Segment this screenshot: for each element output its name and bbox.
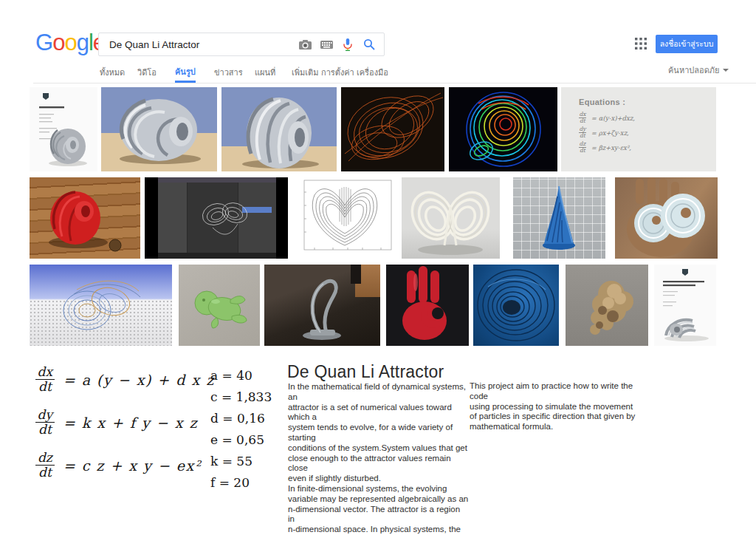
tab-maps[interactable]: แผนที่ — [255, 62, 275, 83]
logo-letter: o — [52, 30, 64, 55]
parameter-f: f = 20 — [210, 475, 250, 490]
tab-all[interactable]: ทั้งหมด — [100, 62, 125, 83]
equation-dy-dt: dydt = k x + f y − x z — [35, 408, 198, 437]
tab-news[interactable]: ข่าวสาร — [214, 62, 243, 83]
camera-icon[interactable] — [296, 37, 314, 52]
apps-grid-icon[interactable] — [635, 38, 647, 50]
equations-card-line: dzdt = βz+xy-εx², — [579, 141, 716, 154]
keyboard-icon[interactable] — [317, 37, 335, 52]
safesearch-dropdown[interactable]: ค้นหาปลอดภัย — [668, 64, 729, 77]
image-result-grey-swirl-sculpture-1[interactable] — [101, 87, 217, 171]
search-input[interactable] — [108, 38, 292, 51]
equations-card-line: dydt = ρx+ζy-xz, — [579, 126, 716, 139]
search-icon[interactable] — [360, 37, 378, 52]
chevron-down-icon — [723, 69, 729, 72]
tab-settings[interactable]: การตั้งค่า — [321, 62, 354, 83]
image-result-blue-vortex-render[interactable] — [473, 265, 559, 346]
parameter-k: k = 55 — [210, 454, 252, 468]
parameter-d: d = 0,16 — [210, 411, 265, 426]
equations-card-line: dxdt = α(y-x)+dxz, — [579, 112, 716, 124]
tab-images[interactable]: ค้นรูป — [175, 62, 196, 83]
image-result-blue-cone-print[interactable] — [513, 177, 605, 259]
image-result-red-print-on-wood[interactable] — [30, 177, 140, 259]
logo-letter: o — [64, 30, 76, 55]
sign-in-button[interactable]: ลงชื่อเข้าสู่ระบบ — [656, 35, 718, 53]
tab-more[interactable]: เพิ่มเติม — [292, 62, 318, 83]
safesearch-label: ค้นหาปลอดภัย — [668, 64, 719, 77]
image-result-shell-poster[interactable] — [654, 265, 716, 346]
equation-dz-dt: dzdt = c z + x y − ex² — [35, 451, 202, 480]
tab-videos[interactable]: วิดีโอ — [137, 62, 157, 83]
image-result-red-ok-hand[interactable] — [386, 265, 469, 346]
parameter-e: e = 0,65 — [210, 432, 264, 447]
image-result-wireframe-landscape-render[interactable] — [30, 265, 172, 346]
image-result-grey-swirl-sculpture-2[interactable] — [221, 87, 337, 171]
logo-letter: G — [35, 30, 52, 55]
image-result-blender-screenshot[interactable] — [145, 177, 288, 259]
image-result-smoke-cloud-render[interactable] — [566, 265, 648, 346]
parameter-c: c = 1,833 — [210, 389, 272, 404]
image-result-dequan-li-poster[interactable] — [30, 87, 97, 171]
image-result-grey-loop-sculpture-desk[interactable] — [264, 265, 380, 346]
parameter-a: a = 40 — [210, 368, 252, 383]
project-note-text: This project aim to practice how to writ… — [470, 381, 643, 432]
tab-bar: ทั้งหมด วิดีโอ ค้นรูป ข่าวสาร แผนที่ เพิ… — [33, 62, 756, 84]
equation-dx-dt: dxdt = a (y − x) + d x z — [35, 365, 215, 394]
image-result-orange-wireframe-attractor-1[interactable] — [341, 87, 444, 171]
search-box[interactable] — [98, 33, 385, 56]
tab-tools[interactable]: เครื่องมือ — [357, 62, 388, 83]
image-result-equations-card[interactable]: Equations : dxdt = α(y-x)+dxz, dydt = ρx… — [561, 87, 716, 171]
google-image-search-page: Google ลงชื่อเข้าสู่ระบบ ทั้งหมด วิดีโอ … — [0, 0, 756, 535]
google-logo[interactable]: Google — [35, 31, 105, 54]
equations-card-title: Equations : — [579, 98, 716, 106]
image-result-attractor-plot[interactable] — [292, 177, 397, 259]
image-result-white-butterfly-attractor[interactable] — [402, 177, 500, 259]
image-result-green-fetus-model[interactable] — [179, 265, 260, 346]
article-body-text: In the mathematical field of dynamical s… — [288, 382, 469, 535]
logo-letter: g — [77, 30, 89, 55]
image-result-hand-holding-spiral[interactable] — [615, 177, 718, 259]
page-title: De Quan Li Attractor — [287, 362, 444, 382]
image-result-rainbow-attractor[interactable] — [449, 87, 557, 171]
mic-icon[interactable] — [339, 37, 357, 52]
